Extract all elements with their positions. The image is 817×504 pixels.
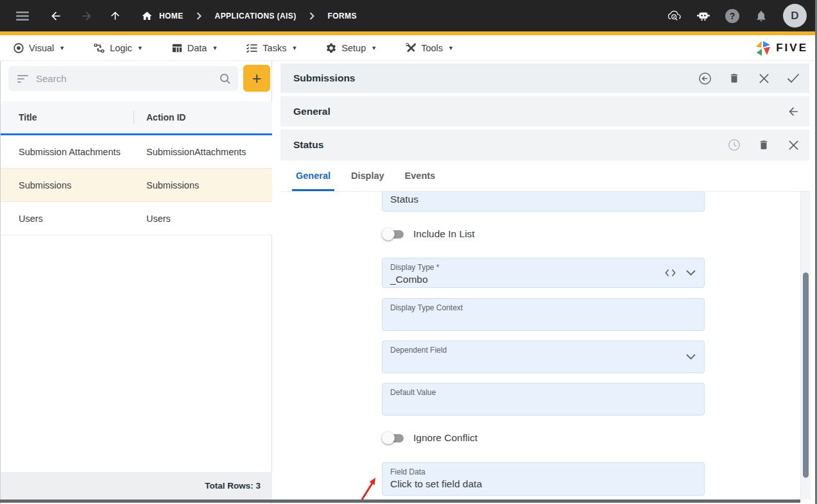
caret-down-icon: ▼ [291,45,297,51]
caret-down-icon: ▼ [59,45,65,51]
menu-bar: Visual ▼ Logic ▼ Data ▼ [0,35,817,61]
section-status-title: Status [280,139,323,151]
chevron-down-icon[interactable] [686,341,696,373]
include-in-list-label: Include In List [413,228,475,240]
notifications-bell-icon[interactable] [754,9,768,23]
records-list-panel: + Title Action ID Submission Attachments… [0,61,272,504]
table-row[interactable]: Submission Attachments SubmissionAttachm… [1,135,272,169]
code-editor-icon[interactable] [665,258,676,287]
table-row-selected[interactable]: Submissions Submissions [1,169,272,202]
section-status-bar[interactable]: Status [280,130,809,160]
status-tabs: General Display Events [280,160,809,192]
form-header-bar: Submissions [280,63,809,93]
close-icon[interactable] [757,71,771,85]
app-window: HOME APPLICATIONS (AIS) FORMS [0,0,817,504]
save-check-icon[interactable] [786,71,800,85]
menu-tools[interactable]: Tools ▼ [405,42,454,54]
visual-icon [13,42,24,54]
menu-data[interactable]: Data ▼ [171,42,218,54]
user-avatar[interactable]: D [783,4,807,28]
five-pinwheel-icon [754,40,771,57]
breadcrumb-home[interactable]: HOME [159,12,184,21]
data-icon [171,42,183,54]
breadcrumb-forms[interactable]: FORMS [328,12,357,21]
revert-icon[interactable] [698,71,712,85]
tab-general[interactable]: General [286,160,341,191]
assistant-bot-icon[interactable] [696,9,710,23]
menu-visual[interactable]: Visual ▼ [13,42,65,54]
caret-down-icon: ▼ [371,45,377,51]
forward-arrow-icon[interactable] [78,8,95,24]
vertical-scrollbar-thumb[interactable] [803,273,809,478]
collapse-left-arrow-icon[interactable] [786,105,800,119]
tools-icon [405,42,417,54]
delete-icon[interactable] [757,138,771,152]
chevron-right-icon [196,12,202,20]
up-arrow-icon[interactable] [107,8,123,24]
column-header-action-id[interactable]: Action ID [134,112,185,122]
menu-setup[interactable]: Setup ▼ [325,42,377,54]
chevron-right-icon [309,12,315,20]
table-header: Title Action ID [1,101,272,133]
default-value-field[interactable]: Default Value [382,383,705,416]
five-logo: FIVE [754,35,808,61]
include-in-list-switch[interactable] [382,228,405,240]
include-in-list-toggle-row: Include In List [382,226,475,242]
back-arrow-icon[interactable] [47,8,64,24]
chevron-down-icon[interactable] [686,258,696,287]
search-input[interactable] [36,73,219,84]
breadcrumb-applications[interactable]: APPLICATIONS (AIS) [215,12,297,21]
five-logo-text: FIVE [776,42,808,55]
cloud-inspect-icon[interactable] [667,9,682,23]
filter-icon[interactable] [17,74,28,83]
annotation-red-arrow [357,471,384,500]
vertical-scrollbar-track[interactable] [800,192,811,500]
close-icon[interactable] [786,138,800,152]
form-scroll-area: Status Include In List Display Type * _C… [280,192,800,500]
ignore-conflict-toggle-row: Ignore Conflict [382,430,477,446]
display-type-context-field[interactable]: Display Type Context [382,298,705,331]
add-record-button[interactable]: + [243,65,270,92]
search-box [8,66,238,91]
table-row[interactable]: Users Users [1,202,272,235]
caret-down-icon: ▼ [137,45,143,51]
dependent-field-select[interactable]: Dependent Field [382,340,705,373]
search-icon[interactable] [219,72,232,85]
home-icon[interactable] [139,8,155,24]
top-navbar: HOME APPLICATIONS (AIS) FORMS [0,0,817,31]
field-data-field[interactable]: Field Data Click to set field data [382,462,705,496]
tab-events[interactable]: Events [395,160,446,191]
hamburger-menu-icon[interactable] [14,8,31,24]
column-header-title[interactable]: Title [1,112,133,122]
section-general-title: General [280,106,331,117]
section-general-bar[interactable]: General [280,96,809,126]
caret-down-icon: ▼ [212,45,218,51]
ignore-conflict-switch[interactable] [382,432,405,444]
tasks-icon [246,42,258,54]
menu-logic[interactable]: Logic ▼ [93,42,143,54]
caret-down-icon: ▼ [448,45,454,51]
form-title: Submissions [280,72,355,84]
status-name-field[interactable]: Status [382,192,705,212]
setup-gear-icon [325,42,337,54]
table-footer: Total Rows: 3 [1,472,272,500]
display-type-field[interactable]: Display Type * _Combo [382,258,705,288]
menu-tasks[interactable]: Tasks ▼ [246,42,297,54]
total-rows-label: Total Rows: 3 [205,481,261,491]
logic-icon [93,42,105,54]
history-clock-icon[interactable] [727,138,741,152]
help-icon[interactable]: ? [725,9,739,23]
horizontal-scrollbar-thumb[interactable] [0,500,800,503]
ignore-conflict-label: Ignore Conflict [413,432,477,444]
tab-display[interactable]: Display [341,160,395,191]
delete-icon[interactable] [727,71,741,85]
